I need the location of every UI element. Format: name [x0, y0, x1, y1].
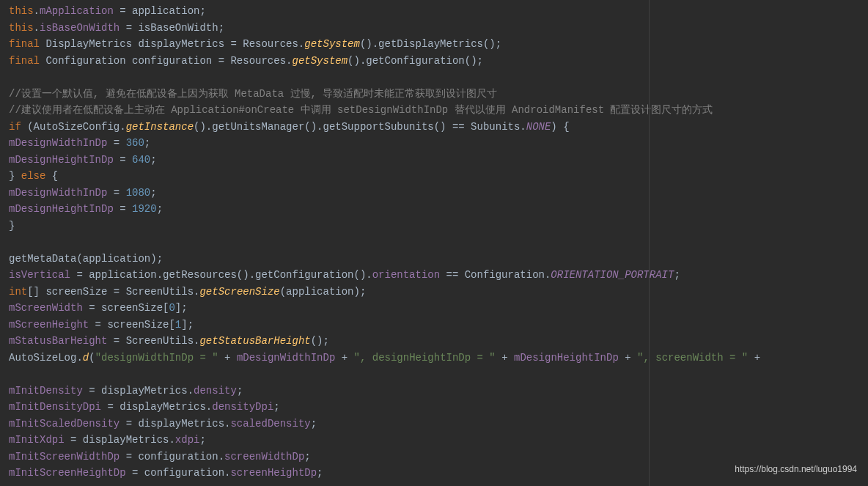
code-line: mInitScreenHeightDp = configuration.scre…	[9, 465, 859, 482]
watermark-text: https://blog.csdn.net/luguo1994	[735, 461, 857, 478]
code-line: this.isBaseOnWidth = isBaseOnWidth;	[9, 20, 859, 37]
code-line: mStatusBarHeight = ScreenUtils.getStatus…	[9, 333, 859, 350]
code-line: if (AutoSizeConfig.getInstance().getUnit…	[9, 119, 859, 136]
code-line: mScreenHeight = screenSize[1];	[9, 317, 859, 334]
code-line: mInitScreenWidthDp = configuration.scree…	[9, 449, 859, 465]
code-line: }	[9, 218, 859, 235]
code-line: AutoSizeLog.d("designWidthInDp = " + mDe…	[9, 350, 859, 367]
code-line: mDesignWidthInDp = 1080;	[9, 185, 859, 202]
code-line: this.mApplication = application;	[9, 3, 859, 20]
code-line	[9, 234, 859, 251]
code-line: //建议使用者在低配设备上主动在 Application#onCreate 中调…	[9, 102, 859, 119]
code-line	[9, 366, 859, 383]
code-line: mInitXdpi = displayMetrics.xdpi;	[9, 432, 859, 449]
code-line: mInitDensity = displayMetrics.density;	[9, 383, 859, 400]
code-line: isVertical = application.getResources().…	[9, 267, 859, 284]
code-line: mDesignHeightInDp = 1920;	[9, 201, 859, 218]
code-line: mInitDensityDpi = displayMetrics.density…	[9, 399, 859, 416]
code-line: mDesignWidthInDp = 360;	[9, 135, 859, 152]
code-line: mDesignHeightInDp = 640;	[9, 152, 859, 169]
code-line: } else {	[9, 168, 859, 185]
code-line: //设置一个默认值, 避免在低配设备上因为获取 MetaData 过慢, 导致适…	[9, 86, 859, 103]
code-line	[9, 69, 859, 86]
code-line: mScreenWidth = screenSize[0];	[9, 300, 859, 317]
code-line: final Configuration configuration = Reso…	[9, 53, 859, 70]
column-ruler	[649, 0, 650, 486]
code-line: getMetaData(application);	[9, 251, 859, 268]
code-line: final DisplayMetrics displayMetrics = Re…	[9, 36, 859, 53]
code-line: int[] screenSize = ScreenUtils.getScreen…	[9, 284, 859, 301]
code-line: mInitScaledDensity = displayMetrics.scal…	[9, 416, 859, 432]
